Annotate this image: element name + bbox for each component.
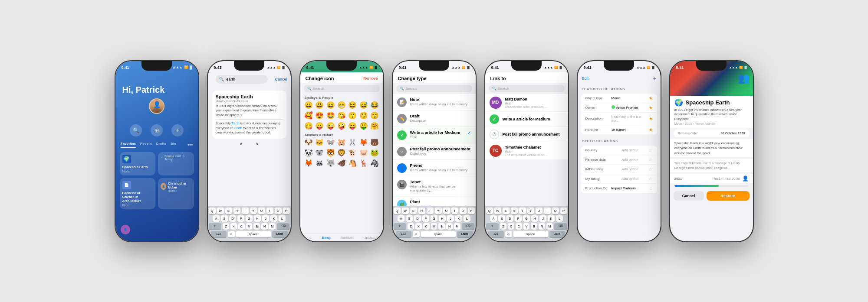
key-a4[interactable]: A bbox=[398, 215, 404, 222]
key-j5[interactable]: J bbox=[539, 215, 546, 222]
key-space-5[interactable]: space bbox=[513, 231, 548, 237]
emoji-2[interactable]: 😃 bbox=[315, 101, 325, 110]
item-write-article[interactable]: ✓ Write a article for Medium bbox=[485, 112, 568, 127]
person-timothee[interactable]: TC Timothée Chalamet Actor The recipient… bbox=[485, 142, 568, 160]
emoji-7[interactable]: 😂 bbox=[369, 101, 379, 110]
key-c4[interactable]: C bbox=[423, 223, 430, 230]
key-j[interactable]: J bbox=[262, 215, 269, 222]
key-x[interactable]: X bbox=[230, 223, 237, 230]
item-post-promo[interactable]: 🕐 Post fall promo announcement bbox=[485, 127, 568, 142]
key-i4[interactable]: I bbox=[451, 208, 458, 214]
tab-favorites[interactable]: Favorites bbox=[121, 142, 136, 148]
relation-description[interactable]: Description Spaceship Earth is a wor... … bbox=[581, 113, 657, 125]
key-w[interactable]: W bbox=[217, 208, 224, 214]
key-o[interactable]: O bbox=[275, 208, 282, 214]
key-g4[interactable]: G bbox=[431, 215, 437, 222]
key-e5[interactable]: E bbox=[503, 208, 510, 214]
key-123-5[interactable]: 123 bbox=[488, 231, 504, 237]
key-p4[interactable]: P bbox=[468, 208, 475, 214]
key-emoji[interactable]: ☺ bbox=[228, 231, 235, 237]
card-nolan[interactable]: 👤 Christopher Nolan Human bbox=[158, 178, 194, 209]
key-p5[interactable]: P bbox=[560, 208, 567, 214]
key-emoji-5[interactable]: ☺ bbox=[505, 231, 512, 237]
key-q4[interactable]: Q bbox=[394, 208, 401, 214]
key-y4[interactable]: Y bbox=[435, 208, 442, 214]
key-u4[interactable]: U bbox=[443, 208, 450, 214]
key-k5[interactable]: K bbox=[548, 215, 555, 222]
key-h5[interactable]: H bbox=[531, 215, 538, 222]
key-s4[interactable]: S bbox=[406, 215, 413, 222]
key-m4[interactable]: M bbox=[454, 223, 460, 230]
emoji-a14[interactable]: 🐸 bbox=[369, 148, 379, 158]
object-type-star[interactable]: ★ bbox=[649, 96, 653, 101]
emoji-11[interactable]: 😘 bbox=[336, 111, 346, 120]
emoji-a9[interactable]: 🐨 bbox=[315, 148, 325, 158]
emoji-15[interactable]: 😋 bbox=[304, 121, 314, 131]
key-u[interactable]: U bbox=[258, 208, 265, 214]
key-h[interactable]: H bbox=[254, 215, 261, 222]
key-label[interactable]: Label bbox=[272, 231, 288, 237]
key-q[interactable]: Q bbox=[209, 208, 216, 214]
emoji-a12[interactable]: 🐮 bbox=[348, 148, 358, 158]
arrow-up[interactable]: ∧ bbox=[240, 141, 243, 146]
key-n4[interactable]: N bbox=[446, 223, 453, 230]
country-add[interactable]: Add option bbox=[621, 148, 638, 152]
emoji-6[interactable]: 😅 bbox=[358, 101, 368, 110]
key-z5[interactable]: Z bbox=[500, 223, 506, 230]
relation-release-date[interactable]: Release date Add option ☆ bbox=[581, 155, 657, 165]
key-a[interactable]: A bbox=[213, 215, 220, 222]
key-t[interactable]: T bbox=[242, 208, 249, 214]
key-l4[interactable]: L bbox=[464, 215, 470, 222]
country-star[interactable]: ☆ bbox=[648, 148, 652, 153]
key-123[interactable]: 123 bbox=[211, 231, 227, 237]
key-space[interactable]: space bbox=[236, 231, 271, 237]
key-delete4[interactable]: ⌫ bbox=[462, 223, 475, 230]
add-icon[interactable]: ＋ bbox=[171, 124, 184, 136]
relation-production[interactable]: Production Co Impact Partners ☆ bbox=[581, 184, 657, 193]
type-draft[interactable]: ✏️ Draft Description bbox=[393, 110, 476, 127]
key-l[interactable]: L bbox=[279, 215, 286, 222]
key-shift5[interactable]: ⇧ bbox=[486, 223, 499, 230]
key-delete[interactable]: ⌫ bbox=[277, 223, 290, 230]
restore-button[interactable]: Restore bbox=[707, 191, 750, 201]
key-k4[interactable]: K bbox=[455, 215, 462, 222]
remove-button[interactable]: Remove bbox=[363, 76, 378, 81]
release-date-star[interactable]: ☆ bbox=[648, 157, 652, 162]
emoji-19[interactable]: 😝 bbox=[348, 121, 358, 131]
emoji-a10[interactable]: 🐯 bbox=[326, 148, 335, 158]
key-label-4[interactable]: Label bbox=[457, 231, 473, 237]
tab-random[interactable]: Random bbox=[341, 236, 354, 240]
person-matt-damon[interactable]: MD Matt Damon Actor An American actor, p… bbox=[485, 94, 568, 112]
key-x4[interactable]: X bbox=[415, 223, 422, 230]
key-l5[interactable]: L bbox=[556, 215, 563, 222]
emoji-a4[interactable]: 🐹 bbox=[336, 138, 346, 147]
emoji-a17[interactable]: 🐺 bbox=[326, 159, 335, 168]
cancel-button[interactable]: Cancel bbox=[275, 77, 287, 81]
emoji-a18[interactable]: 🐗 bbox=[336, 159, 346, 168]
my-rating-add[interactable]: Add option bbox=[621, 177, 638, 181]
key-o5[interactable]: O bbox=[552, 208, 559, 214]
key-d5[interactable]: D bbox=[506, 215, 513, 222]
icon-search-bar[interactable]: 🔍 Search bbox=[304, 85, 380, 92]
key-w5[interactable]: W bbox=[494, 208, 501, 214]
relation-my-rating[interactable]: My rating Add option ☆ bbox=[581, 174, 657, 184]
key-u5[interactable]: U bbox=[536, 208, 542, 214]
production-star[interactable]: ☆ bbox=[649, 186, 653, 191]
key-t4[interactable]: T bbox=[427, 208, 434, 214]
emoji-21[interactable]: 🤗 bbox=[369, 121, 379, 131]
emoji-a19[interactable]: 🐴 bbox=[348, 159, 358, 168]
key-c[interactable]: C bbox=[238, 223, 245, 230]
key-g5[interactable]: G bbox=[523, 215, 530, 222]
imdb-add[interactable]: Add option bbox=[621, 167, 638, 171]
link-search-bar[interactable]: 🔍 Search bbox=[489, 85, 565, 92]
key-s[interactable]: S bbox=[221, 215, 228, 222]
tab-bin[interactable]: Bin bbox=[171, 142, 176, 148]
key-shift[interactable]: ⇧ bbox=[209, 223, 222, 230]
key-emoji-4[interactable]: ☺ bbox=[413, 231, 420, 237]
search-result-card[interactable]: Spaceship Earth Movie • Patrick Atkinson… bbox=[212, 91, 286, 139]
key-shift4[interactable]: ⇧ bbox=[394, 223, 407, 230]
key-o4[interactable]: O bbox=[460, 208, 467, 214]
key-w4[interactable]: W bbox=[402, 208, 409, 214]
key-b5[interactable]: B bbox=[531, 223, 537, 230]
emoji-9[interactable]: 😍 bbox=[315, 111, 325, 120]
